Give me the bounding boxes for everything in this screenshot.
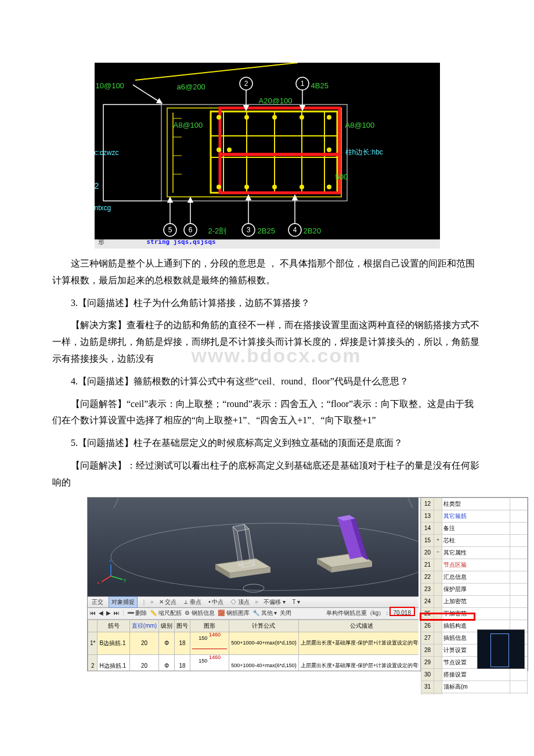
svg-point-52 bbox=[111, 523, 418, 591]
property-panel[interactable]: 12柱类型13其它箍筋14备注15+芯柱20−其它属性21节点区箍22汇总信息2… bbox=[420, 498, 528, 672]
status-tag: 形 bbox=[98, 236, 104, 248]
col-shape[interactable]: 图形 bbox=[190, 620, 229, 632]
cad-label-pillar-h: 柱h边长:hbc bbox=[345, 146, 383, 159]
svg-text:5: 5 bbox=[168, 226, 172, 234]
svg-point-18 bbox=[217, 115, 221, 120]
cad-label-10-100: 10@100 bbox=[96, 79, 124, 92]
svg-point-27 bbox=[244, 185, 249, 189]
q3-title: 3.【问题描述】柱子为什么角筋计算搭接，边筋不算搭接？ bbox=[52, 295, 482, 312]
svg-point-22 bbox=[327, 115, 331, 120]
property-row[interactable]: 15+芯柱 bbox=[421, 534, 528, 546]
svg-point-26 bbox=[217, 185, 221, 189]
property-row[interactable]: 23保护层厚 bbox=[421, 583, 528, 595]
property-row[interactable]: 21节点区箍 bbox=[421, 559, 528, 571]
svg-line-0 bbox=[135, 63, 298, 80]
rebar-toolbar[interactable]: ⏮ ◀ ▶ ⏭ | ➖ 删除 📏 缩尺配筋 ⚙ 钢筋信息 🧱 钢筋图库 🔧 其他… bbox=[88, 608, 418, 620]
q3-answer: 【解决方案】查看柱子的边筋和角筋的直径不一样，而在搭接设置里面这两种直径的钢筋搭… bbox=[52, 320, 479, 363]
property-row[interactable]: 14备注 bbox=[421, 522, 528, 534]
q4-answer: 【问题解答】“ceil”表示：向上取整；“round”表示：四舍五入；“floo… bbox=[52, 396, 482, 430]
svg-text:1: 1 bbox=[300, 80, 304, 88]
svg-point-24 bbox=[327, 147, 331, 152]
cad-label-sec22: 2-2剖 bbox=[208, 224, 227, 237]
svg-line-69 bbox=[102, 576, 111, 582]
col-name[interactable]: 筋号 bbox=[98, 620, 129, 632]
snap-midpoint[interactable]: • 中点 bbox=[207, 597, 225, 607]
col-formula[interactable]: 计算公式 bbox=[229, 620, 299, 632]
property-row[interactable]: 25下加密范 bbox=[421, 607, 528, 620]
section-thumbnail bbox=[477, 629, 525, 669]
svg-point-28 bbox=[272, 185, 277, 189]
property-row[interactable]: 12柱类型 bbox=[421, 498, 528, 510]
svg-point-25 bbox=[227, 147, 232, 152]
svg-text:3: 3 bbox=[246, 226, 250, 234]
close-button[interactable]: 关闭 bbox=[280, 608, 291, 618]
col-grade[interactable]: 级别 bbox=[159, 620, 175, 632]
ortho-toggle[interactable]: 正交 bbox=[90, 597, 105, 607]
col-dia[interactable]: 直径(mm) bbox=[129, 620, 158, 632]
svg-point-19 bbox=[244, 115, 249, 120]
scale-rebar-button[interactable]: 📏 缩尺配筋 bbox=[150, 608, 182, 618]
rebar-info-button[interactable]: ⚙ 钢筋信息 bbox=[185, 608, 215, 618]
svg-point-30 bbox=[327, 185, 331, 189]
snap-vertex[interactable]: ◇ 顶点 bbox=[229, 597, 251, 607]
svg-point-21 bbox=[300, 115, 304, 120]
highlight-box-weight bbox=[389, 607, 415, 616]
rebar-library-button[interactable]: 🧱 钢筋图库 bbox=[218, 608, 250, 618]
property-row[interactable]: 13其它箍筋 bbox=[421, 510, 528, 522]
other-dropdown[interactable]: 🔧 其他 ▾ bbox=[252, 608, 277, 618]
svg-line-45 bbox=[133, 85, 162, 103]
cad-label-a20-100: A20@100 bbox=[259, 94, 293, 107]
table-row[interactable]: 2H边插筋.120Φ18150 1460500+1000-40+max(6*d,… bbox=[88, 654, 419, 671]
svg-text:4: 4 bbox=[293, 226, 297, 234]
text-dropdown[interactable]: T ▾ bbox=[291, 597, 302, 607]
software-screenshot: z y x 正交 对象捕捉 ｜ » ✕ 交点 ⊥ 垂点 • 中点 ◇ 顶点 » … bbox=[87, 497, 528, 671]
osnap-toolbar[interactable]: 正交 对象捕捉 ｜ » ✕ 交点 ⊥ 垂点 • 中点 ◇ 顶点 » 不偏移 ▾ … bbox=[88, 596, 418, 608]
status-code: string jsqs,qsjsqs bbox=[147, 236, 216, 248]
nav-first[interactable]: ⏮ bbox=[90, 608, 96, 618]
rebar-table[interactable]: 筋号 直径(mm) 级别 图号 图形 计算公式 公式描述 长度 根 1*B边插筋… bbox=[88, 620, 418, 671]
q5-answer: 【问题解决】：经过测试可以看出柱子的底标高定义到基础底还是基础顶对于柱子的量是没… bbox=[52, 458, 482, 491]
svg-text:y: y bbox=[124, 577, 127, 582]
svg-marker-58 bbox=[244, 524, 255, 565]
object-snap-toggle[interactable]: 对象捕捉 bbox=[109, 596, 138, 608]
nav-next[interactable]: ▶ bbox=[106, 608, 111, 618]
svg-text:2: 2 bbox=[244, 80, 248, 88]
cad-label-2b20: 2B20 bbox=[304, 224, 321, 237]
cad-left1: c:czwzc bbox=[95, 147, 119, 160]
cad-label-2b25: 2B25 bbox=[258, 224, 275, 237]
property-row[interactable]: 20−其它属性 bbox=[421, 546, 528, 559]
svg-point-20 bbox=[272, 115, 277, 120]
svg-text:6: 6 bbox=[188, 226, 192, 234]
table-row[interactable]: 1*B边插筋.120Φ18150 1460500+1000-40+max(6*d… bbox=[88, 632, 419, 654]
q4-title: 4.【问题描述】箍筋根数的计算公式中有这些“ceil、round、floor”代… bbox=[52, 373, 482, 390]
q5-title: 5.【问题描述】柱子在基础层定义的时候底标高定义到独立基础的顶面还是底面？ bbox=[52, 435, 482, 452]
svg-rect-12 bbox=[220, 154, 340, 193]
3d-viewport[interactable]: z y x bbox=[88, 498, 418, 596]
svg-point-29 bbox=[300, 185, 304, 189]
snap-intersection[interactable]: ✕ 交点 bbox=[157, 597, 179, 607]
nav-last[interactable]: ⏭ bbox=[114, 608, 120, 618]
cad-label-a8-100-r: A8@100 bbox=[345, 118, 375, 132]
nav-prev[interactable]: ◀ bbox=[99, 608, 103, 618]
svg-point-23 bbox=[217, 147, 221, 152]
cad-label-4b25: 4B25 bbox=[311, 79, 329, 92]
property-row[interactable]: 30搭接设置 bbox=[421, 668, 528, 681]
svg-text:x: x bbox=[97, 579, 100, 585]
svg-text:z: z bbox=[109, 557, 111, 563]
offset-dropdown[interactable]: 不偏移 ▾ bbox=[262, 597, 287, 607]
property-row[interactable]: 31顶标高(m bbox=[421, 681, 528, 693]
svg-point-73 bbox=[243, 584, 264, 592]
property-row[interactable]: 32底标高(m bbox=[421, 693, 528, 694]
cad-label-a8-100-l: A8@100 bbox=[174, 118, 203, 132]
cad-left2: 2 bbox=[95, 179, 99, 193]
property-row[interactable]: 22汇总信息 bbox=[421, 571, 528, 583]
cad-label-500: 500 bbox=[335, 170, 348, 183]
paragraph-intro: 这三种钢筋是整个从上通到下的，分段的意思是 ， 不具体指那个部位，根据自己设置的… bbox=[52, 255, 482, 289]
col-desc[interactable]: 公式描述 bbox=[298, 620, 418, 632]
col-fig[interactable]: 图号 bbox=[175, 620, 190, 632]
property-row[interactable]: 24上加密范 bbox=[421, 595, 528, 607]
delete-button[interactable]: ➖ 删除 bbox=[127, 608, 147, 618]
svg-rect-1 bbox=[103, 105, 347, 201]
snap-perpendicular[interactable]: ⊥ 垂点 bbox=[182, 597, 203, 607]
cad-left3: ntxcg bbox=[95, 202, 111, 215]
